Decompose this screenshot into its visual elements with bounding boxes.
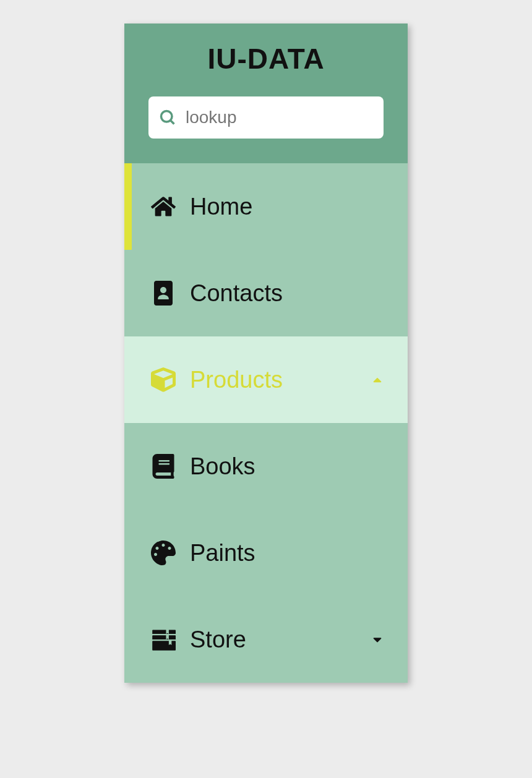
home-icon [150, 194, 176, 220]
search-wrap[interactable] [148, 96, 384, 139]
nav-item-paints[interactable]: Paints [124, 510, 408, 596]
caret-up-icon [369, 372, 385, 388]
logo: IU-DATA [207, 42, 324, 75]
caret-down-icon [369, 631, 385, 648]
sidebar: IU-DATA Home Contacts Products [124, 24, 408, 683]
contacts-icon [150, 280, 176, 306]
nav-item-products[interactable]: Products [124, 336, 408, 423]
sidebar-header: IU-DATA [124, 24, 408, 163]
nav-label: Store [190, 626, 369, 653]
nav-item-books[interactable]: Books [124, 423, 408, 510]
nav-label: Home [190, 194, 385, 220]
store-icon [150, 626, 176, 652]
nav-label: Paints [190, 540, 385, 566]
palette-icon [150, 540, 176, 566]
nav-item-store[interactable]: Store [124, 596, 408, 683]
search-icon [158, 108, 177, 127]
book-icon [150, 453, 176, 479]
nav-label: Books [190, 453, 385, 480]
nav: Home Contacts Products Books [124, 163, 408, 683]
nav-item-contacts[interactable]: Contacts [124, 250, 408, 336]
search-input[interactable] [186, 108, 374, 127]
nav-item-home[interactable]: Home [124, 163, 408, 250]
nav-label: Contacts [190, 280, 385, 307]
products-icon [150, 367, 176, 393]
nav-label: Products [190, 367, 369, 393]
